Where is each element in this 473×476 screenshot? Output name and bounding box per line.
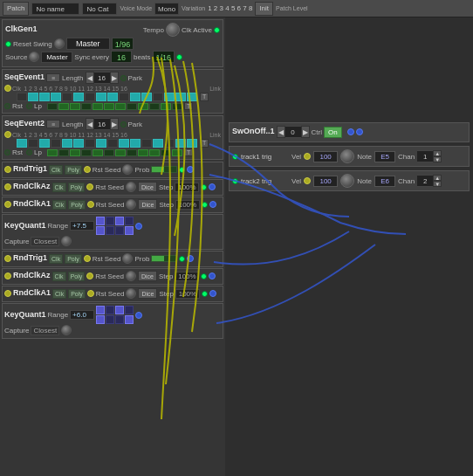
seq2-cell-15[interactable] <box>175 139 186 148</box>
kq1-c4[interactable] <box>125 217 134 225</box>
seq2-val-5[interactable] <box>93 149 103 156</box>
track2-chan-up[interactable]: ▲ <box>433 175 442 181</box>
seq1-cell-14[interactable] <box>164 93 175 101</box>
seq2-length-down[interactable]: ◀ <box>86 118 94 130</box>
rnd-clk-a2-seed-knob[interactable] <box>126 288 136 299</box>
rnd-clk-az1-seed-knob[interactable] <box>126 182 136 192</box>
seq2-t-btn[interactable]: T <box>200 139 209 148</box>
rnd-trig1-prob-bar[interactable] <box>151 166 177 173</box>
seq2-val-2[interactable] <box>58 149 69 156</box>
seq2-cell-2[interactable] <box>28 139 38 148</box>
rnd-clk-az1-out-port[interactable] <box>209 183 216 190</box>
seq1-val-3[interactable] <box>70 103 80 110</box>
track2-chan-down[interactable]: ▼ <box>433 181 442 187</box>
seq2-cell-14[interactable] <box>164 139 175 148</box>
rnd-clk-a1-clk-port[interactable] <box>4 201 11 208</box>
seq2-cell-16[interactable] <box>187 139 197 148</box>
rnd-clk-az2-dice-btn[interactable]: Dice <box>138 271 157 281</box>
rnd-trig2-prob-bar[interactable] <box>151 255 177 262</box>
seq1-val-1[interactable] <box>47 103 58 110</box>
seq2-val-4[interactable] <box>81 149 92 156</box>
kq1-c1[interactable] <box>96 217 105 225</box>
kq1-c5[interactable] <box>96 226 105 235</box>
seq1-length-up[interactable]: ▶ <box>110 72 119 84</box>
sw-up-btn[interactable]: ▶ <box>301 126 310 138</box>
seq1-cell-13[interactable] <box>153 93 163 101</box>
seq2-cell-6[interactable] <box>73 139 84 148</box>
kq2-c5[interactable] <box>96 315 105 324</box>
track1-vel-knob[interactable] <box>340 149 354 163</box>
rnd-clk-a2-out-port[interactable] <box>209 290 216 297</box>
seq2-val-1[interactable] <box>47 149 58 156</box>
rnd-clk-a1-dice-btn[interactable]: Dice <box>138 199 157 210</box>
seq1-cell-11[interactable] <box>130 93 141 101</box>
kq2-c3[interactable] <box>115 306 124 314</box>
rnd-clk-a2-clk-port[interactable] <box>4 290 11 297</box>
seq1-cell-10[interactable] <box>119 93 129 101</box>
rnd-trig2-out-port[interactable] <box>187 255 194 262</box>
seq1-cell-16[interactable] <box>187 93 197 101</box>
kq1-c8[interactable] <box>125 226 134 235</box>
rnd-clk-az2-poly-btn[interactable]: Poly <box>68 272 86 281</box>
track1-chan-down[interactable]: ▼ <box>433 156 442 162</box>
track2-chan-stepper[interactable]: 2 ▲ ▼ <box>417 175 442 187</box>
rnd-trig1-clk-btn[interactable]: Clk <box>49 165 63 175</box>
rnd-trig2-clk-btn[interactable]: Clk <box>49 254 63 264</box>
seq1-val-7[interactable] <box>115 103 126 110</box>
swing-knob[interactable] <box>54 38 65 49</box>
rnd-clk-az2-out-port[interactable] <box>209 272 216 279</box>
track2-vel-port[interactable] <box>304 177 311 184</box>
rnd-clk-az2-rst-port[interactable] <box>86 272 93 279</box>
seq2-cell-5[interactable] <box>62 139 72 148</box>
seq2-cell-11[interactable] <box>130 139 141 148</box>
seq2-val-10[interactable] <box>149 149 160 156</box>
track1-chan-up[interactable]: ▲ <box>433 150 442 156</box>
rnd-clk-az1-poly-btn[interactable]: Poly <box>68 183 86 192</box>
track1-vel-port[interactable] <box>304 153 311 160</box>
rnd-clk-az1-dice-btn[interactable]: Dice <box>138 182 157 192</box>
key-quant1-out-port[interactable] <box>135 223 142 230</box>
rnd-trig1-seed-knob[interactable] <box>122 164 133 175</box>
seq2-clk-port[interactable] <box>4 131 11 138</box>
rnd-trig2-poly-btn[interactable]: Poly <box>65 254 82 264</box>
rnd-trig2-seed-knob[interactable] <box>122 253 133 264</box>
rnd-clk-a1-poly-btn[interactable]: Poly <box>68 200 86 210</box>
rnd-clk-a1-rst-port[interactable] <box>87 201 94 208</box>
rnd-clk-a2-clk-btn[interactable]: Clk <box>52 289 66 299</box>
seq1-val-5[interactable] <box>93 103 103 110</box>
seq2-val-9[interactable] <box>138 149 148 156</box>
rnd-clk-az1-rst-port[interactable] <box>86 183 93 190</box>
seq1-cell-5[interactable] <box>62 93 72 101</box>
rnd-clk-az1-clk-port[interactable] <box>4 183 11 190</box>
kq1-c3[interactable] <box>115 217 124 225</box>
track1-chan-stepper[interactable]: 1 ▲ ▼ <box>417 150 442 162</box>
kq1-c6[interactable] <box>106 226 114 235</box>
seq1-t-btn[interactable]: T <box>200 93 209 101</box>
seq1-cell-7[interactable] <box>85 93 95 101</box>
seq2-cell-9[interactable] <box>107 139 118 148</box>
rnd-clk-az2-seed-knob[interactable] <box>126 271 136 281</box>
kq2-c4[interactable] <box>125 306 134 314</box>
sw-port2[interactable] <box>356 128 363 135</box>
patch-button[interactable]: Patch <box>3 2 29 16</box>
rnd-trig1-rst-port[interactable] <box>84 166 91 173</box>
seq2-val-11[interactable] <box>161 149 171 156</box>
seq1-cell-3[interactable] <box>39 93 50 101</box>
rnd-trig1-poly-btn[interactable]: Poly <box>65 165 82 175</box>
seq2-cell-3[interactable] <box>39 139 50 148</box>
seq2-val-3[interactable] <box>70 149 80 156</box>
seq1-val-10[interactable] <box>149 103 160 110</box>
seq2-val-6[interactable] <box>104 149 114 156</box>
sw-down-btn[interactable]: ◀ <box>277 126 285 138</box>
rnd-clk-a1-seed-knob[interactable] <box>126 199 136 210</box>
seq1-cell-9[interactable] <box>107 93 118 101</box>
seq2-length-up[interactable]: ▶ <box>110 118 119 130</box>
rnd-trig2-rst-port[interactable] <box>84 255 91 262</box>
seq1-val-6[interactable] <box>104 103 114 110</box>
seq1-val-9[interactable] <box>138 103 148 110</box>
key-quant2-knob[interactable] <box>61 325 72 335</box>
seq1-clk-port[interactable] <box>4 85 11 92</box>
seq2-icon[interactable]: ≡ <box>46 120 60 128</box>
seq2-val-8[interactable] <box>127 149 137 156</box>
key-quant1-knob[interactable] <box>61 236 72 246</box>
